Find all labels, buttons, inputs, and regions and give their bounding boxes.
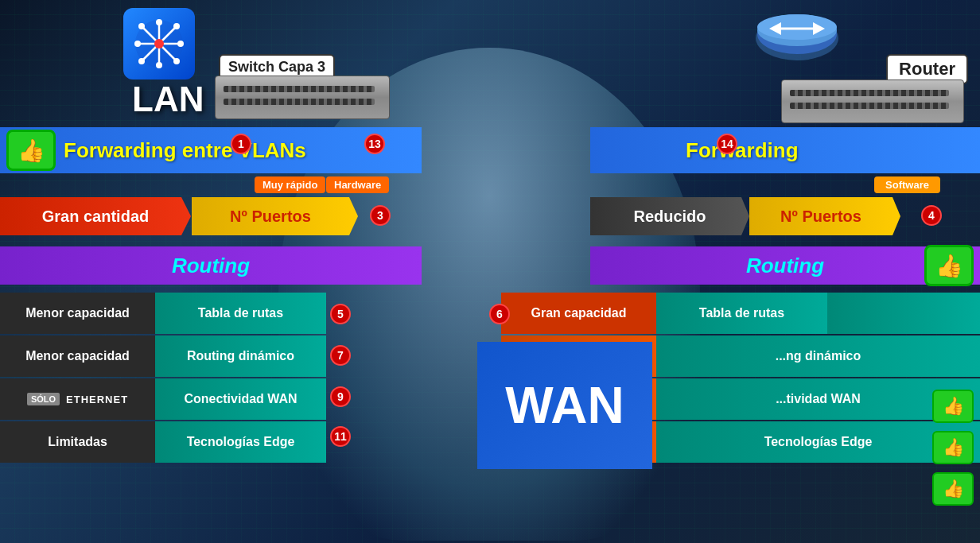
reducido-text: Reducido xyxy=(633,208,706,226)
svg-point-13 xyxy=(138,58,145,64)
routing-left-bar: Routing xyxy=(0,246,422,285)
text-menor-capacidad-2: Menor capacidad xyxy=(25,349,130,363)
tag-hardware: Hardware xyxy=(326,176,389,193)
gap-2 xyxy=(326,335,501,377)
cell-routing-dinamico-left: Routing dinámico xyxy=(155,335,326,377)
badge-6: 6 xyxy=(489,304,510,324)
text-tecnologias-edge-left: Tecnologías Edge xyxy=(187,435,295,449)
npuertos-right-cell: Nº Puertos xyxy=(741,197,900,235)
gap-1 xyxy=(326,293,501,334)
badge-13: 13 xyxy=(364,134,385,154)
forwarding-right-bar: Forwarding xyxy=(590,127,980,173)
lan-label: LAN xyxy=(132,80,204,119)
badge-14: 14 xyxy=(717,134,737,154)
cell-menor-capacidad-2: Menor capacidad xyxy=(0,335,155,377)
cell-conectividad-wan-left: Conectividad WAN xyxy=(155,378,326,420)
npuertos-left-text: Nº Puertos xyxy=(230,208,311,226)
gran-cantidad-text: Gran cantidad xyxy=(42,208,149,226)
lan-icon xyxy=(123,8,195,80)
cell-tabla-rutas-left: Tabla de rutas xyxy=(155,293,326,334)
main-scene: LAN Switch Capa 3 Router 👍 Forwarding en… xyxy=(0,0,980,543)
text-routing-dinamico-right: ...ng dinámico xyxy=(776,349,861,363)
routing-right-text: Routing xyxy=(746,254,824,278)
thumbs-up-edge: 👍 xyxy=(932,472,974,506)
solo-badge: SÓLO xyxy=(27,393,60,405)
badge-11: 11 xyxy=(330,426,351,447)
cell-tecnologias-edge-left: Tecnologías Edge xyxy=(155,421,326,463)
router-hardware-image xyxy=(781,80,964,123)
routing-left-text: Routing xyxy=(172,254,250,278)
text-routing-dinamico-left: Routing dinámico xyxy=(187,349,294,363)
forwarding-right-text: Forwarding xyxy=(686,138,799,163)
badge-3: 3 xyxy=(370,205,391,226)
cell-routing-dinamico-right: ...ng dinámico xyxy=(656,335,980,377)
forwarding-left-text: Forwarding entre VLANs xyxy=(64,138,306,163)
cell-tecnologias-edge-right: Tecnologías Edge xyxy=(656,421,980,463)
badge-9: 9 xyxy=(330,386,351,407)
text-menor-capacidad-1: Menor capacidad xyxy=(25,306,130,320)
text-tabla-rutas-left: Tabla de rutas xyxy=(198,306,283,320)
cell-conectividad-wan-right: ...tividad WAN xyxy=(656,378,980,420)
routing-right-bar: Routing xyxy=(590,246,980,285)
router-icon xyxy=(753,6,841,62)
text-conectividad-wan-left: Conectividad WAN xyxy=(184,392,297,406)
wan-text: WAN xyxy=(505,376,624,435)
gap-4 xyxy=(326,421,501,463)
svg-point-10 xyxy=(138,23,145,29)
badge-5: 5 xyxy=(330,304,351,324)
gran-cantidad-cell: Gran cantidad xyxy=(0,197,191,235)
text-ethernet: ETHERNET xyxy=(66,394,128,405)
svg-point-9 xyxy=(177,41,184,47)
text-gran-capacidad-1: Gran capacidad xyxy=(531,306,626,320)
tag-muy-rapido: Muy rápido xyxy=(255,176,325,193)
badge-4: 4 xyxy=(921,205,942,226)
cell-tabla-rutas-right-ext xyxy=(827,293,980,334)
thumbs-up-wan: 👍 xyxy=(932,390,974,423)
text-conectividad-wan-right: ...tividad WAN xyxy=(776,392,861,406)
svg-point-17 xyxy=(757,14,837,40)
thumbs-up-routing-right: 👍 xyxy=(924,245,974,286)
svg-point-5 xyxy=(154,39,164,48)
switch-hardware-image xyxy=(215,76,390,119)
forwarding-left-bar: Forwarding entre VLANs xyxy=(0,127,422,173)
svg-point-8 xyxy=(134,41,141,47)
badge-7: 7 xyxy=(330,345,351,366)
cell-gran-capacidad-1: Gran capacidad xyxy=(501,293,656,334)
tag-software: Software xyxy=(874,176,940,193)
text-limitadas: Limitadas xyxy=(48,435,107,449)
gap-3 xyxy=(326,378,501,420)
cell-tabla-rutas-right: Tabla de rutas xyxy=(656,293,827,334)
svg-point-11 xyxy=(173,58,180,64)
npuertos-left-cell: Nº Puertos xyxy=(183,197,358,235)
reducido-cell: Reducido xyxy=(590,197,749,235)
svg-point-6 xyxy=(156,19,162,25)
thumbs-up-connectivity: 👍 xyxy=(932,431,974,464)
svg-point-12 xyxy=(173,23,180,29)
badge-1: 1 xyxy=(231,134,251,154)
cell-limitadas: Limitadas xyxy=(0,421,155,463)
svg-point-7 xyxy=(156,62,162,68)
npuertos-right-text: Nº Puertos xyxy=(780,208,861,226)
cell-solo-ethernet: SÓLO ETHERNET xyxy=(0,378,155,420)
cell-menor-capacidad-1: Menor capacidad xyxy=(0,293,155,334)
wan-overlay: WAN xyxy=(477,342,652,469)
text-tecnologias-edge-right: Tecnologías Edge xyxy=(764,435,873,449)
thumbs-up-left: 👍 xyxy=(6,130,56,171)
text-tabla-rutas-right: Tabla de rutas xyxy=(699,306,784,320)
